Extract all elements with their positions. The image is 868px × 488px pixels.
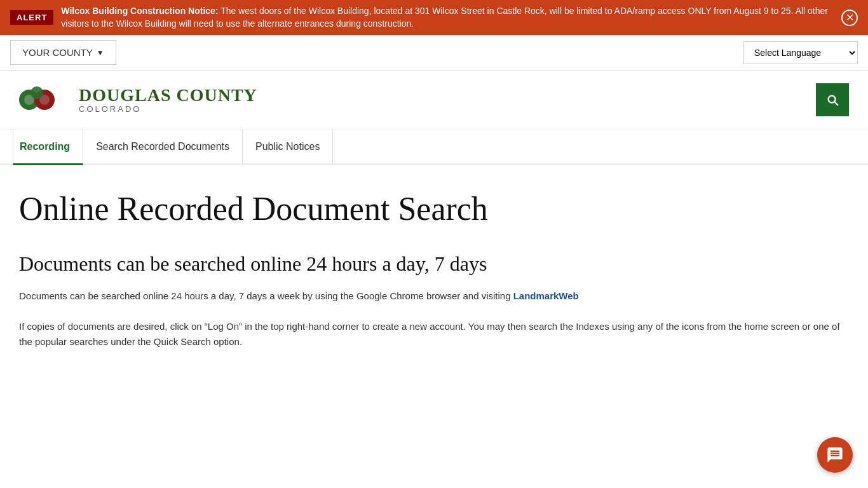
chat-icon [826,446,844,464]
alert-banner: ALERT Wilcox Building Construction Notic… [0,0,868,35]
language-select[interactable]: Select Language Spanish French German Ch… [743,41,858,64]
body-paragraph-2: If copies of documents are desired, clic… [19,319,849,349]
landmark-web-link[interactable]: LandmarkWeb [513,290,579,301]
live-chat-button[interactable] [817,437,853,473]
sub-nav: Recording Search Recorded Documents Publ… [0,130,868,165]
body-text-prefix: Documents can be searched online 24 hour… [19,290,513,301]
logo-graphic [19,84,70,116]
body-paragraph-1: Documents can be searched online 24 hour… [19,288,849,304]
svg-point-4 [31,86,43,99]
alert-close-button[interactable]: ✕ [841,10,858,26]
main-content: Online Recorded Document Search Document… [0,165,868,390]
chevron-down-icon: ▼ [97,48,104,57]
logo-main-text: DOUGLAS COUNTY [79,86,257,105]
tab-public-notices[interactable]: Public Notices [243,130,333,163]
page-title: Online Recorded Document Search [19,191,849,227]
alert-label: ALERT [10,10,53,25]
section-heading: Documents can be searched online 24 hour… [19,252,849,276]
top-nav: YOUR COUNTY ▼ Select Language Spanish Fr… [0,35,868,71]
your-county-button[interactable]: YOUR COUNTY ▼ [10,40,116,65]
site-search-button[interactable] [816,83,849,116]
logo-text-area: DOUGLAS COUNTY COLORADO [79,86,257,114]
alert-text: Wilcox Building Construction Notice: The… [61,5,834,30]
logo-area[interactable]: DOUGLAS COUNTY COLORADO [19,84,257,116]
your-county-label: YOUR COUNTY [22,47,93,58]
logo-sub-text: COLORADO [79,105,257,114]
tab-search-recorded-documents[interactable]: Search Recorded Documents [83,130,243,163]
tab-recording[interactable]: Recording [13,130,83,165]
alert-bold-text: Wilcox Building Construction Notice: [61,6,218,16]
header: DOUGLAS COUNTY COLORADO [0,71,868,130]
search-icon [825,93,839,107]
